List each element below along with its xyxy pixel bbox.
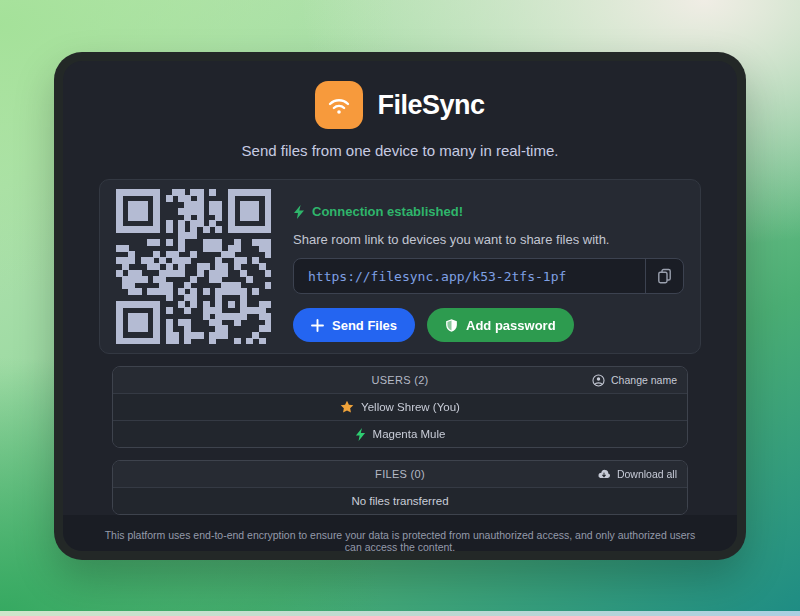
room-link-input[interactable] [294,259,645,293]
app-header: FileSync [63,81,737,129]
connection-panel: Connection established! Share room link … [99,179,701,354]
add-password-label: Add password [466,318,556,333]
user-name: Magenta Mule [373,428,446,440]
cloud-download-icon [597,469,611,480]
download-all-button[interactable]: Download all [597,461,677,487]
send-files-label: Send Files [332,318,397,333]
files-empty-text: No files transferred [351,495,448,507]
connection-status: Connection established! [293,204,684,219]
qr-code [116,189,271,344]
app-logo [315,81,363,129]
add-password-button[interactable]: Add password [427,308,574,342]
page-bottom-strip [0,611,800,616]
change-name-label: Change name [611,374,677,386]
filesync-card: FileSync Send files from one device to m… [54,52,746,560]
star-icon [340,400,354,414]
app-tagline: Send files from one device to many in re… [63,142,737,159]
footer-note: This platform uses end-to-end encryption… [63,515,737,560]
files-section: FILES (0) Download all No files transfer… [112,460,688,515]
files-empty-row: No files transferred [113,487,687,514]
shield-icon [445,318,458,333]
wifi-icon [324,90,354,120]
users-header-label: USERS (2) [371,374,428,386]
action-buttons: Send Files Add password [293,308,684,342]
card-content: Connection established! Share room link … [63,159,737,515]
copy-icon [657,268,672,284]
user-row: Magenta Mule [113,420,687,447]
plus-icon [311,319,324,332]
person-circle-icon [592,374,605,387]
download-all-label: Download all [617,468,677,480]
share-hint: Share room link to devices you want to s… [293,232,684,247]
lightning-icon [355,428,366,441]
app-title: FileSync [377,90,484,121]
users-header: USERS (2) Change name [113,367,687,393]
users-section: USERS (2) Change name Yellow [112,366,688,448]
copy-link-button[interactable] [645,259,683,293]
user-name: Yellow Shrew (You) [361,401,460,413]
user-row: Yellow Shrew (You) [113,393,687,420]
send-files-button[interactable]: Send Files [293,308,415,342]
change-name-button[interactable]: Change name [592,367,677,393]
lightning-icon [293,205,305,219]
room-link-row [293,258,684,294]
files-header-label: FILES (0) [375,468,425,480]
files-header: FILES (0) Download all [113,461,687,487]
connection-details: Connection established! Share room link … [293,189,684,344]
connection-status-text: Connection established! [312,204,463,219]
